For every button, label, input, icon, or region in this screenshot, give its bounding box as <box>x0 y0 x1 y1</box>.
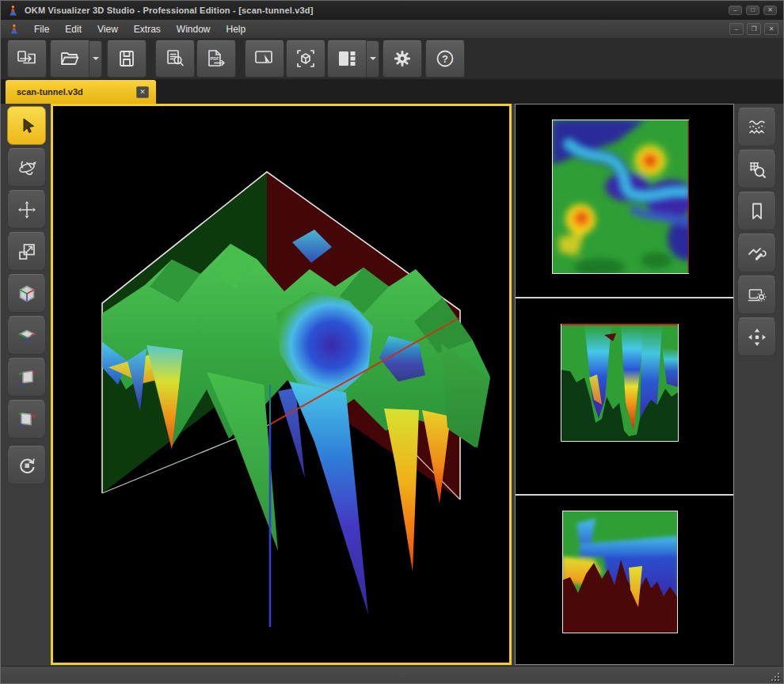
preview-report-button[interactable] <box>155 40 195 78</box>
status-bar <box>1 666 783 684</box>
import-icon <box>16 48 38 69</box>
side-view-button[interactable] <box>7 358 46 397</box>
workspace <box>1 104 784 666</box>
panel-divider <box>516 494 733 496</box>
presentation-mode-button[interactable] <box>245 40 284 78</box>
import-scan-button[interactable] <box>7 40 47 78</box>
pan-arrows-icon <box>17 200 37 220</box>
open-file-button[interactable] <box>50 40 89 78</box>
left-tool-column <box>7 106 46 484</box>
view-front-icon <box>17 409 37 430</box>
signal-layers-button[interactable] <box>737 108 776 146</box>
app-window: OKM Visualizer 3D Studio - Professional … <box>0 0 784 684</box>
help-icon: ? <box>435 48 455 69</box>
mdi-restore-button[interactable]: ❐ <box>747 23 761 35</box>
tab-scan-tunnel[interactable]: scan-tunnel.v3d ✕ <box>6 80 156 104</box>
grid-zoom-button[interactable] <box>737 150 776 188</box>
resize-grip[interactable] <box>771 672 779 681</box>
scan-3d-scene <box>53 106 509 663</box>
orbit-rotate-icon <box>17 158 37 178</box>
pan-view-button[interactable] <box>7 190 46 229</box>
open-folder-icon <box>59 48 81 69</box>
bookmarks-button[interactable] <box>737 192 776 230</box>
pointer-icon <box>17 116 37 136</box>
tab-bar: scan-tunnel.v3d ✕ <box>1 80 783 104</box>
minimize-button[interactable]: – <box>729 6 742 15</box>
select-tool-button[interactable] <box>7 106 46 145</box>
svg-text:PDF: PDF <box>211 56 220 61</box>
move-scan-button[interactable] <box>737 317 776 356</box>
mdi-window-controls: – ❐ ✕ <box>729 23 778 35</box>
bookmark-icon <box>747 201 767 222</box>
window-controls: – □ ✕ <box>729 6 777 15</box>
mdi-minimize-button[interactable]: – <box>729 23 744 35</box>
preview-cross-section-front[interactable] <box>561 324 679 442</box>
signal-layers-icon <box>747 117 767 138</box>
grid-search-icon <box>747 159 767 180</box>
help-button[interactable]: ? <box>425 40 465 78</box>
layout-button[interactable] <box>327 40 367 78</box>
display-options-button[interactable] <box>737 276 776 314</box>
preview-cross-section-side[interactable] <box>562 511 678 633</box>
cube-focus-icon <box>295 48 317 69</box>
reset-rotation-icon <box>17 455 37 476</box>
chart-wrench-icon <box>747 243 767 264</box>
menu-bar: File Edit View Extras Window Help – ❐ ✕ <box>1 20 783 39</box>
move-arrows-icon <box>747 327 767 348</box>
window-title: OKM Visualizer 3D Studio - Professional … <box>25 6 729 15</box>
export-pdf-button[interactable]: PDF <box>196 40 236 78</box>
perspective-view-button[interactable] <box>7 274 46 313</box>
settings-button[interactable] <box>382 40 422 78</box>
main-3d-view[interactable] <box>51 104 512 665</box>
view-top-icon <box>17 325 37 346</box>
menu-edit[interactable]: Edit <box>57 21 89 37</box>
document-logo-icon <box>9 24 20 35</box>
menu-help[interactable]: Help <box>219 21 254 37</box>
panel-divider <box>516 297 733 298</box>
front-view-button[interactable] <box>7 400 46 439</box>
mdi-close-button[interactable]: ✕ <box>764 23 778 35</box>
screen-gear-icon <box>747 285 767 306</box>
pdf-export-icon: PDF <box>205 48 227 69</box>
menu-file[interactable]: File <box>26 21 57 37</box>
rotate-view-button[interactable] <box>7 148 46 187</box>
menu-window[interactable]: Window <box>169 21 219 37</box>
app-logo-icon <box>7 5 19 17</box>
cross-section-side <box>562 511 678 633</box>
3d-view-mode-button[interactable] <box>286 40 325 78</box>
preview-panel <box>515 104 734 665</box>
document-search-icon <box>165 48 186 69</box>
zoom-view-button[interactable] <box>7 232 46 271</box>
layout-icon <box>337 48 357 69</box>
signal-analysis-button[interactable] <box>737 234 776 272</box>
cube-3d-icon <box>17 283 37 304</box>
right-tool-column <box>737 108 776 356</box>
close-button[interactable]: ✕ <box>763 6 777 15</box>
resize-icon <box>17 241 37 262</box>
layout-options-dropdown[interactable] <box>367 40 379 78</box>
menu-view[interactable]: View <box>89 21 126 37</box>
save-icon <box>116 48 137 69</box>
svg-text:?: ? <box>442 53 448 65</box>
preview-top-view[interactable] <box>552 120 689 274</box>
cross-section-front <box>561 324 679 442</box>
tab-close-icon[interactable]: ✕ <box>136 86 149 98</box>
maximize-button[interactable]: □ <box>746 6 759 15</box>
view-side-icon <box>17 367 37 388</box>
gear-icon <box>392 48 413 69</box>
tab-label: scan-tunnel.v3d <box>17 87 136 97</box>
save-button[interactable] <box>107 40 147 78</box>
screen-touch-icon <box>253 48 276 69</box>
reset-rotation-button[interactable] <box>7 446 46 484</box>
menu-extras[interactable]: Extras <box>126 21 169 37</box>
title-bar: OKM Visualizer 3D Studio - Professional … <box>1 1 783 20</box>
top-view-heatmap <box>552 120 689 274</box>
open-recent-dropdown[interactable] <box>89 40 102 78</box>
main-toolbar: PDF <box>1 39 783 80</box>
top-view-button[interactable] <box>7 316 46 355</box>
